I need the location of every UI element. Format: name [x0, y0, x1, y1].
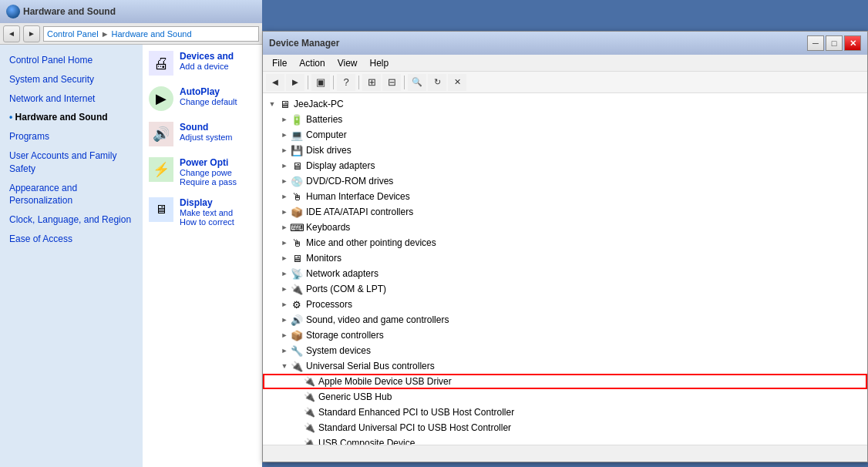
tb-help[interactable]: ? [337, 74, 355, 91]
tree-std-enhanced-pci[interactable]: 🔌 Standard Enhanced PCI to USB Host Cont… [263, 405, 867, 420]
menu-view[interactable]: View [331, 56, 364, 70]
tree-root[interactable]: ▼ 🖥 JeeJack-PC [263, 96, 867, 112]
display-icon: 🖥 [149, 197, 173, 222]
dm-menubar: File Action View Help [263, 55, 867, 72]
tb-back[interactable]: ◄ [266, 74, 284, 91]
sound-icon: 🔊 [149, 122, 173, 146]
power-link-change[interactable]: Change powe [180, 168, 237, 177]
menu-help[interactable]: Help [364, 56, 395, 70]
sidebar-item-network[interactable]: Network and Internet [0, 89, 143, 109]
minimize-button[interactable]: ─ [807, 35, 824, 51]
tree-hid[interactable]: ► 🖱 Human Interface Devices [263, 189, 867, 204]
category-sound: 🔊 Sound Adjust system [149, 122, 256, 146]
menu-action[interactable]: Action [293, 56, 331, 70]
sidebar-item-hardware-sound[interactable]: Hardware and Sound [0, 108, 143, 127]
tree-usb-composite[interactable]: 🔌 USB Composite Device [263, 435, 867, 445]
cp-sidebar: Control Panel Home System and Security N… [0, 45, 143, 467]
sidebar-item-user-accounts[interactable]: User Accounts and Family Safety [0, 146, 143, 179]
sidebar-item-home[interactable]: Control Panel Home [0, 51, 143, 70]
dm-titlebar: Device Manager ─ □ ✕ [263, 32, 867, 55]
cp-address-bar: ◄ ► Control Panel ► Hardware and Sound [0, 23, 262, 45]
tree-mice[interactable]: ► 🖱 Mice and other pointing devices [263, 235, 867, 250]
tb-expand-all[interactable]: ⊞ [362, 74, 381, 91]
tree-display-adapters[interactable]: ► 🖥 Display adapters [263, 158, 867, 173]
tree-storage[interactable]: ► 📦 Storage controllers [263, 328, 867, 343]
tree-processors[interactable]: ► ⚙ Processors [263, 297, 867, 312]
tb-uninstall[interactable]: ✕ [448, 74, 466, 91]
autoplay-link[interactable]: Change default [180, 97, 237, 106]
tb-update[interactable]: ↻ [428, 74, 446, 91]
tree-disk-drives[interactable]: ► 💾 Disk drives [263, 143, 867, 158]
category-display: 🖥 Display Make text and How to correct [149, 197, 256, 227]
forward-button[interactable]: ► [23, 25, 40, 42]
tree-dvd-cd[interactable]: ► 💿 DVD/CD-ROM drives [263, 173, 867, 189]
tb-properties[interactable]: ▣ [311, 74, 330, 91]
menu-file[interactable]: File [266, 56, 293, 70]
tree-network-adapters[interactable]: ► 📡 Network adapters [263, 266, 867, 281]
tree-ide[interactable]: ► 📦 IDE ATA/ATAPI controllers [263, 204, 867, 220]
tb-forward[interactable]: ► [286, 74, 304, 91]
devices-link-add[interactable]: Add a device [180, 62, 234, 71]
tb-sep1 [308, 76, 308, 89]
dm-statusbar [263, 445, 867, 462]
tree-apple-mobile[interactable]: 🔌 Apple Mobile Device USB Driver [263, 374, 867, 389]
cp-titlebar: Hardware and Sound [0, 0, 262, 23]
maximize-button[interactable]: □ [826, 35, 843, 51]
power-link-require[interactable]: Require a pass [180, 177, 237, 186]
tree-monitors[interactable]: ► 🖥 Monitors [263, 250, 867, 266]
sidebar-item-clock[interactable]: Clock, Language, and Region [0, 210, 143, 230]
tb-sep2 [333, 76, 334, 89]
win-controls: ─ □ ✕ [807, 35, 861, 51]
sidebar-item-programs[interactable]: Programs [0, 127, 143, 146]
sound-link[interactable]: Adjust system [180, 133, 232, 142]
autoplay-icon: ▶ [149, 86, 173, 111]
tree-batteries[interactable]: ► 🔋 Batteries [263, 112, 867, 127]
cp-main: 🖨 Devices and Add a device ▶ AutoPlay Ch… [143, 45, 262, 467]
autoplay-title[interactable]: AutoPlay [180, 86, 237, 97]
category-devices: 🖨 Devices and Add a device [149, 51, 256, 76]
tree-usb-controllers[interactable]: ▼ 🔌 Universal Serial Bus controllers [263, 358, 867, 374]
category-autoplay: ▶ AutoPlay Change default [149, 86, 256, 111]
tree-std-universal-pci[interactable]: 🔌 Standard Universal PCI to USB Host Con… [263, 420, 867, 435]
display-title[interactable]: Display [180, 197, 234, 208]
devices-title[interactable]: Devices and [180, 51, 234, 62]
tb-sep3 [358, 76, 359, 89]
sidebar-item-ease[interactable]: Ease of Access [0, 230, 143, 249]
tb-collapse[interactable]: ⊟ [382, 74, 401, 91]
breadcrumb-control-panel[interactable]: Control Panel [47, 29, 99, 39]
power-icon: ⚡ [149, 157, 173, 182]
address-field: Control Panel ► Hardware and Sound [43, 26, 259, 42]
tree-system-devices[interactable]: ► 🔧 System devices [263, 343, 867, 358]
tree-ports[interactable]: ► 🔌 Ports (COM & LPT) [263, 281, 867, 297]
display-link-correct[interactable]: How to correct [180, 217, 234, 227]
sound-title[interactable]: Sound [180, 122, 232, 133]
tree-generic-usb-hub[interactable]: 🔌 Generic USB Hub [263, 389, 867, 405]
dm-toolbar: ◄ ► ▣ ? ⊞ ⊟ 🔍 ↻ ✕ [263, 72, 867, 93]
tree-computer[interactable]: ► 💻 Computer [263, 127, 867, 143]
cp-content: Control Panel Home System and Security N… [0, 45, 262, 467]
control-panel-window: Hardware and Sound ◄ ► Control Panel ► H… [0, 0, 262, 467]
dm-tree: ▼ 🖥 JeeJack-PC ► 🔋 Batteries ► 💻 Compute… [263, 93, 867, 445]
tb-scan[interactable]: 🔍 [408, 74, 426, 91]
tb-sep4 [404, 76, 405, 89]
tree-sound-video[interactable]: ► 🔊 Sound, video and game controllers [263, 312, 867, 328]
breadcrumb-hardware-sound[interactable]: Hardware and Sound [112, 29, 192, 39]
device-manager-window: Device Manager ─ □ ✕ File Action View He… [262, 31, 868, 462]
devices-icon: 🖨 [149, 51, 173, 76]
cp-title: Hardware and Sound [23, 6, 116, 17]
tree-keyboards[interactable]: ► ⌨ Keyboards [263, 220, 867, 235]
dm-title: Device Manager [269, 38, 807, 49]
power-title[interactable]: Power Opti [180, 157, 237, 168]
category-power: ⚡ Power Opti Change powe Require a pass [149, 157, 256, 186]
sidebar-item-appearance[interactable]: Appearance and Personalization [0, 179, 143, 211]
close-button[interactable]: ✕ [844, 35, 861, 51]
display-link-make[interactable]: Make text and [180, 208, 234, 217]
sidebar-item-system-security[interactable]: System and Security [0, 70, 143, 89]
cp-window-icon [6, 5, 20, 18]
back-button[interactable]: ◄ [3, 25, 20, 42]
